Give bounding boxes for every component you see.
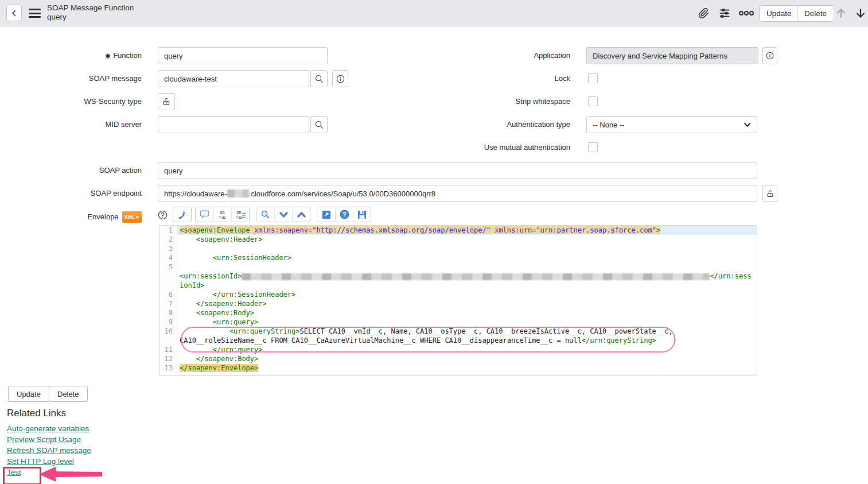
line-number: 8 <box>160 308 177 317</box>
format-code-button[interactable] <box>173 207 191 222</box>
soap-message-lookup-button[interactable] <box>310 70 328 87</box>
required-icon: ✱ <box>105 52 111 60</box>
badge-arrow-icon: ▶ <box>137 212 139 222</box>
code-line: 8 <soapenv:Body> <box>160 308 757 317</box>
related-link-refresh-soap-message[interactable]: Refresh SOAP message <box>7 446 91 455</box>
lock-checkbox[interactable] <box>588 73 598 83</box>
code-line: 11 </urn:query> <box>160 345 757 354</box>
envelope-code-editor[interactable]: 1<soapenv:Envelope xmlns:soapenv="http:/… <box>159 225 757 376</box>
editor-toolbar-group-search <box>256 207 310 222</box>
replace-all-button[interactable]: abac <box>231 207 249 222</box>
authentication-type-value: -- None -- <box>593 121 625 129</box>
ws-security-lock-button[interactable] <box>158 93 175 110</box>
annotation-arrow-icon <box>39 466 103 482</box>
related-link-auto-generate-variables[interactable]: Auto-generate variables <box>7 424 89 433</box>
page-subtitle: query <box>47 13 134 22</box>
update-button-footer[interactable]: Update <box>8 386 49 402</box>
save-envelope-button[interactable] <box>353 207 371 222</box>
back-button[interactable] <box>6 5 22 21</box>
line-number: 11 <box>160 345 177 354</box>
soap-message-label: SOAP message <box>23 74 142 83</box>
page-title: SOAP Message Function <box>47 3 134 13</box>
code-line: 1<soapenv:Envelope xmlns:soapenv="http:/… <box>160 226 757 235</box>
svg-text:ac: ac <box>238 215 243 219</box>
related-link-test[interactable]: Test <box>7 468 21 477</box>
replace-button[interactable]: abac <box>213 207 231 222</box>
chevron-left-icon <box>10 9 18 17</box>
format-code-icon <box>177 210 188 220</box>
strip-whitespace-label: Strip whitespace <box>425 97 570 106</box>
soap-endpoint-field[interactable]: https://cloudaware-.cloudforce.com/servi… <box>158 185 757 202</box>
application-label: Application <box>425 51 570 60</box>
code-line: 10 <urn:queryString>SELECT CA10__vmId__c… <box>160 327 757 336</box>
application-info-button[interactable] <box>762 47 777 64</box>
info-icon <box>336 74 345 84</box>
authentication-type-label: Authentication type <box>425 120 570 129</box>
sliders-icon <box>718 7 731 20</box>
code-line: 3 <box>160 244 757 253</box>
svg-text:ac: ac <box>221 215 226 220</box>
editor-toolbar-group-format <box>173 207 192 222</box>
open-in-new-window-icon <box>322 210 331 219</box>
help-circle-icon <box>157 210 168 220</box>
chevron-down-icon <box>744 122 751 127</box>
editor-toolbar-group-edit: abac abac <box>195 207 250 222</box>
strip-whitespace-checkbox[interactable] <box>588 96 598 106</box>
soap-action-label: SOAP action <box>23 166 142 175</box>
delete-button-footer[interactable]: Delete <box>49 386 88 402</box>
editor-search-button[interactable] <box>256 207 274 222</box>
use-mutual-authentication-checkbox[interactable] <box>588 142 598 152</box>
code-line: 12 </soapenv:Body> <box>160 354 757 363</box>
scroll-up-button[interactable] <box>833 5 849 21</box>
line-number: 9 <box>160 317 177 327</box>
context-menu-icon[interactable] <box>29 9 41 18</box>
code-line: 9 <urn:query> <box>160 317 757 327</box>
delete-button-header[interactable]: Delete <box>797 5 834 22</box>
related-link-preview-script-usage[interactable]: Preview Script Usage <box>7 435 81 444</box>
comment-code-button[interactable] <box>196 207 213 222</box>
attachment-button[interactable] <box>696 6 711 20</box>
line-number <box>160 281 177 290</box>
mid-server-label: MID server <box>23 120 142 129</box>
soap-action-input[interactable] <box>158 162 757 179</box>
save-floppy-icon <box>357 210 367 219</box>
soap-message-input[interactable] <box>158 70 309 87</box>
line-number <box>160 336 177 345</box>
personalize-form-button[interactable] <box>717 6 732 21</box>
redacted-text <box>227 189 249 198</box>
editor-help-button[interactable] <box>156 208 169 221</box>
line-number: 7 <box>160 299 177 308</box>
line-number: 1 <box>160 226 177 235</box>
chevron-down-icon <box>279 211 288 218</box>
application-field: Discovery and Service Mapping Patterns <box>586 47 758 64</box>
unlock-icon <box>162 97 171 106</box>
mid-server-lookup-button[interactable] <box>310 116 328 133</box>
soap-message-info-button[interactable] <box>332 70 348 87</box>
related-link-set-http-log-level[interactable]: Set HTTP Log level <box>7 457 74 466</box>
help-circle-blue-icon: ? <box>340 210 349 219</box>
find-previous-button[interactable] <box>292 207 310 222</box>
authentication-type-select[interactable]: -- None -- <box>586 116 757 133</box>
lock-label: Lock <box>425 74 570 83</box>
function-input[interactable] <box>158 47 328 64</box>
code-line: <urn:sessionId></urn:sess <box>160 272 757 281</box>
more-options-button[interactable] <box>738 9 755 18</box>
editor-help2-button[interactable]: ? <box>335 207 353 222</box>
search-icon <box>314 120 324 130</box>
function-label: ✱Function <box>23 51 142 61</box>
find-next-button[interactable] <box>274 207 292 222</box>
code-line: 2 <soapenv:Header> <box>160 235 757 244</box>
svg-text:?: ? <box>342 211 346 218</box>
replace-icon: abac <box>217 210 228 220</box>
header-bar: SOAP Message Function query Update Delet… <box>0 0 868 26</box>
soap-endpoint-lock-button[interactable] <box>762 185 777 202</box>
envelope-label: EnvelopeXML▶ <box>23 211 142 223</box>
open-in-new-window-button[interactable] <box>317 207 335 222</box>
code-line: 7 </soapenv:Header> <box>160 299 757 308</box>
mid-server-input[interactable] <box>158 116 309 133</box>
scroll-down-button[interactable] <box>853 5 868 21</box>
code-line: CA10__roleSizeName__c FROM CA10__CaAzure… <box>160 336 757 345</box>
soap-endpoint-prefix: https://cloudaware- <box>164 189 227 198</box>
use-mutual-authentication-label: Use mutual authentication <box>425 143 570 152</box>
update-button-header[interactable]: Update <box>759 5 799 22</box>
